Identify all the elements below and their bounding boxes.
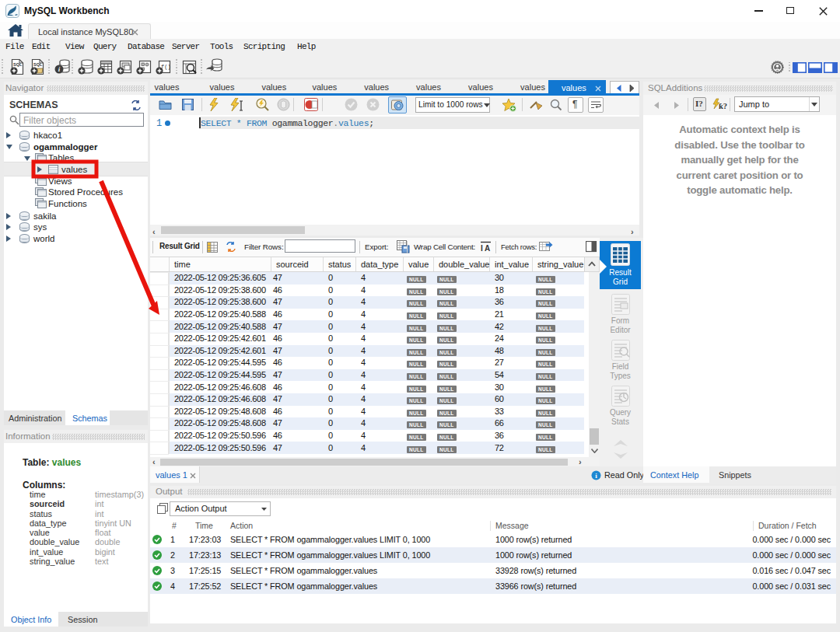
svg-text:I: I	[481, 244, 483, 253]
svg-text:SQL: SQL	[13, 62, 23, 67]
svg-text:A: A	[485, 244, 490, 253]
svg-text:SQL: SQL	[33, 62, 43, 67]
